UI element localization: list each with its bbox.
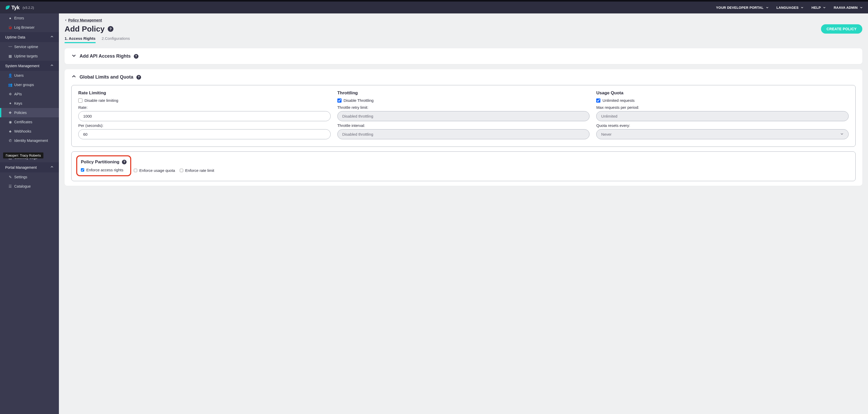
checkbox-label: Enforce rate limit [185, 168, 214, 173]
collapse-toggle[interactable] [71, 74, 76, 80]
disable-throttling-input[interactable] [337, 98, 342, 102]
nav-developer-portal-label: YOUR DEVELOPER PORTAL [716, 6, 764, 9]
sidebar-item-service-uptime[interactable]: 〰 Service uptime [0, 42, 59, 52]
nav-help-label: HELP [811, 6, 821, 9]
card-title: Global Limits and Quota [80, 75, 133, 80]
enforce-access-rights-checkbox[interactable]: Enforce access rights [81, 168, 123, 172]
sidebar-item-errors[interactable]: ● Errors [0, 13, 59, 23]
nav-help[interactable]: HELP [811, 6, 826, 9]
sidebar-item-keys[interactable]: ✦ Keys [0, 99, 59, 108]
enforce-rate-limit-input[interactable] [180, 169, 183, 172]
throttle-interval-label: Throttle interval: [337, 123, 590, 128]
sidebar-item-label: Uptime targets [14, 54, 38, 58]
disable-rate-limiting-input[interactable] [78, 98, 83, 102]
throttle-retry-label: Throttle retry limit: [337, 105, 590, 110]
quota-reset-label: Quota resets every: [596, 123, 848, 128]
max-requests-input [596, 111, 848, 121]
sidebar-item-user-groups[interactable]: 👥 User groups [0, 80, 59, 89]
topbar: Tyk (v3.2.2) YOUR DEVELOPER PORTAL LANGU… [0, 0, 868, 13]
quota-reset-select[interactable]: Never [596, 129, 848, 139]
partition-title: Policy Partitioning [81, 159, 119, 165]
usage-quota-title: Usage Quota [596, 90, 848, 96]
sidebar-item-catalogue[interactable]: ☰ Catalogue [0, 182, 59, 191]
sidebar-item-settings[interactable]: ✎ Settings [0, 172, 59, 182]
chevron-up-icon [50, 64, 54, 68]
card-title: Add API Access Rights [80, 54, 131, 59]
rate-label: Rate: [78, 105, 331, 110]
throttle-interval-input [337, 129, 590, 139]
app-version: (v3.2.2) [23, 6, 34, 9]
speaker-caption: Говорит: Tracy Roberts [3, 152, 43, 158]
help-icon[interactable]: ? [108, 26, 114, 32]
nav-developer-portal[interactable]: YOUR DEVELOPER PORTAL [716, 6, 769, 9]
logo-text: Tyk [11, 5, 20, 10]
help-icon[interactable]: ? [134, 54, 138, 59]
sidebar-section-label: System Management [5, 64, 39, 68]
sidebar-section-uptime[interactable]: Uptime Data [0, 32, 59, 42]
id-icon: ✆ [9, 139, 11, 142]
partition-highlight: Policy Partitioning ? Enforce access rig… [76, 155, 131, 176]
sidebar-section-system[interactable]: System Management [0, 61, 59, 71]
sidebar-item-label: Webhooks [14, 129, 31, 134]
sidebar-item-label: Service uptime [14, 45, 38, 49]
enforce-rate-limit-checkbox[interactable]: Enforce rate limit [180, 168, 214, 173]
chevron-down-icon [823, 6, 826, 9]
checkbox-label: Enforce usage quota [139, 168, 175, 173]
disable-rate-limiting-checkbox[interactable]: Disable rate limiting [78, 98, 331, 102]
checkbox-label: Enforce access rights [86, 168, 123, 172]
sidebar-item-label: Users [14, 73, 24, 78]
dot-icon: ◉ [9, 121, 11, 123]
nav-languages[interactable]: LANGUAGES [777, 6, 804, 9]
max-requests-label: Max requests per period: [596, 105, 848, 110]
sidebar-item-webhooks[interactable]: ♣ Webhooks [0, 127, 59, 136]
sidebar-item-uptime-targets[interactable]: ▦ Uptime targets [0, 52, 59, 61]
tab-configurations[interactable]: 2.Configurations [102, 36, 130, 43]
chevron-down-icon [801, 6, 804, 9]
create-policy-button[interactable]: CREATE POLICY [821, 24, 862, 34]
rate-input[interactable] [78, 111, 331, 121]
unlimited-requests-input[interactable] [596, 98, 600, 102]
collapse-toggle[interactable] [71, 53, 76, 59]
tab-access-rights[interactable]: 1. Access Rights [65, 36, 96, 43]
sidebar-item-certificates[interactable]: ◉ Certificates [0, 117, 59, 127]
sidebar-item-identity-management[interactable]: ✆ Identity Management [0, 136, 59, 145]
user-icon: 👤 [9, 74, 11, 77]
chevron-up-icon [50, 35, 54, 39]
sidebar-item-label: Errors [14, 16, 24, 20]
limits-box: Rate Limiting Disable rate limiting Rate… [71, 85, 856, 147]
sidebar-item-label: Policies [14, 111, 27, 115]
sidebar-section-portal[interactable]: Portal Management [0, 162, 59, 172]
sidebar-item-label: APIs [14, 92, 22, 96]
nav-user-label: RAAVA ADMIN [834, 6, 858, 9]
main-content: Policy Management Add Policy ? CREATE PO… [59, 13, 868, 414]
sidebar-item-users[interactable]: 👤 Users [0, 71, 59, 80]
throttle-retry-input [337, 111, 590, 121]
breadcrumb-label: Policy Management [68, 18, 102, 22]
key-icon: ✦ [9, 102, 11, 105]
partition-box: Policy Partitioning ? Enforce access rig… [71, 151, 856, 181]
select-value: Never [601, 132, 612, 137]
breadcrumb[interactable]: Policy Management [65, 18, 102, 22]
list-icon: ☰ [9, 185, 11, 188]
throttling-column: Throttling Disable Throttling Throttle r… [337, 90, 590, 139]
sidebar-item-apis[interactable]: ✲ APIs [0, 89, 59, 99]
logo: Tyk [5, 5, 20, 10]
per-seconds-input[interactable] [78, 129, 331, 139]
chevron-down-icon [840, 132, 844, 137]
help-icon[interactable]: ? [122, 160, 127, 165]
rate-limiting-title: Rate Limiting [78, 90, 331, 96]
gear-icon: ✲ [9, 93, 11, 96]
enforce-usage-quota-checkbox[interactable]: Enforce usage quota [134, 168, 175, 173]
chevron-down-icon [766, 6, 769, 9]
enforce-usage-quota-input[interactable] [134, 169, 137, 172]
card-api-access-rights: Add API Access Rights ? [65, 48, 862, 64]
sidebar-item-log-browser[interactable]: 🐞 Log Browser [0, 23, 59, 32]
card-global-limits: Global Limits and Quota ? Rate Limiting … [65, 69, 862, 186]
sidebar-item-label: User groups [14, 83, 34, 87]
nav-user-menu[interactable]: RAAVA ADMIN [834, 6, 863, 9]
unlimited-requests-checkbox[interactable]: Unlimited requests [596, 98, 848, 102]
sidebar-item-policies[interactable]: ❖ Policies [0, 108, 59, 117]
help-icon[interactable]: ? [136, 75, 141, 80]
enforce-access-rights-input[interactable] [81, 168, 84, 172]
disable-throttling-checkbox[interactable]: Disable Throttling [337, 98, 590, 102]
